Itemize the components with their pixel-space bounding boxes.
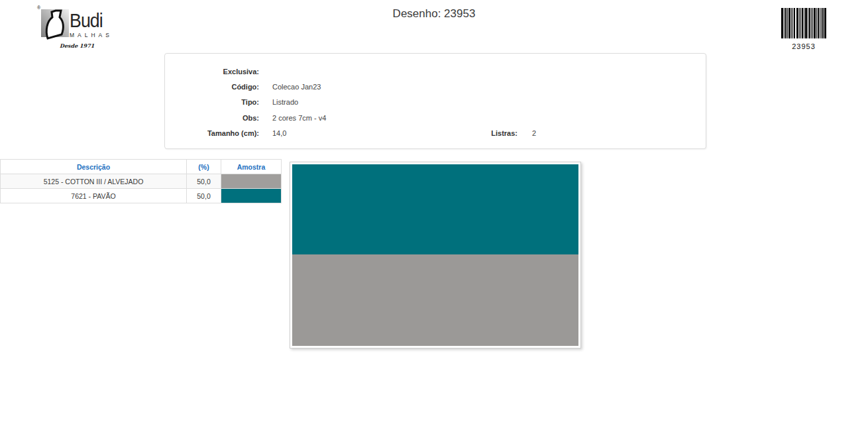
tamanho-value: 14,0 bbox=[259, 129, 488, 137]
codigo-label: Código: bbox=[165, 83, 259, 91]
table-row: 7621 - PAVÃO 50,0 bbox=[1, 189, 282, 203]
logo-tagline: Desde 1971 bbox=[60, 42, 94, 49]
barcode-value: 23953 bbox=[781, 42, 826, 50]
barcode-icon bbox=[781, 8, 826, 38]
descricao-cell: 5125 - COTTON III / ALVEJADO bbox=[1, 174, 187, 189]
page-title: Desenho: 23953 bbox=[0, 7, 868, 21]
exclusiva-label: Exclusiva: bbox=[165, 68, 259, 76]
stripe-preview bbox=[290, 162, 581, 349]
header-descricao: Descrição bbox=[1, 160, 187, 174]
design-info-panel: Exclusiva: Código: Colecao Jan23 Tipo: L… bbox=[164, 53, 706, 149]
descricao-cell: 7621 - PAVÃO bbox=[1, 189, 187, 203]
info-row-tamanho-listras: Tamanho (cm): 14,0 Listras: 2 bbox=[165, 126, 706, 141]
composition-table: Descrição (%) Amostra 5125 - COTTON III … bbox=[0, 159, 282, 203]
codigo-value: Colecao Jan23 bbox=[259, 83, 488, 91]
stripe-pavao bbox=[292, 164, 578, 254]
percent-cell: 50,0 bbox=[187, 189, 221, 203]
tipo-label: Tipo: bbox=[165, 98, 259, 106]
tamanho-label: Tamanho (cm): bbox=[165, 129, 259, 137]
table-row: 5125 - COTTON III / ALVEJADO 50,0 bbox=[1, 174, 282, 189]
percent-cell: 50,0 bbox=[187, 174, 221, 189]
color-swatch bbox=[221, 189, 281, 203]
obs-value: 2 cores 7cm - v4 bbox=[259, 114, 488, 122]
header-percent: (%) bbox=[187, 160, 221, 174]
obs-label: Obs: bbox=[165, 114, 259, 122]
tipo-value: Listrado bbox=[259, 98, 488, 106]
listras-label: Listras: bbox=[488, 129, 517, 137]
listras-value: 2 bbox=[517, 129, 706, 137]
stripe-alvejado bbox=[292, 254, 578, 346]
info-row-tipo: Tipo: Listrado bbox=[165, 95, 706, 110]
color-swatch bbox=[221, 174, 281, 188]
info-row-obs: Obs: 2 cores 7cm - v4 bbox=[165, 110, 706, 125]
header-amostra: Amostra bbox=[221, 160, 282, 174]
barcode: 23953 bbox=[781, 8, 826, 50]
info-row-codigo: Código: Colecao Jan23 bbox=[165, 79, 706, 94]
info-row-exclusiva: Exclusiva: bbox=[165, 64, 706, 79]
table-header-row: Descrição (%) Amostra bbox=[1, 160, 282, 174]
logo-subtitle: MALHAS bbox=[70, 32, 113, 38]
